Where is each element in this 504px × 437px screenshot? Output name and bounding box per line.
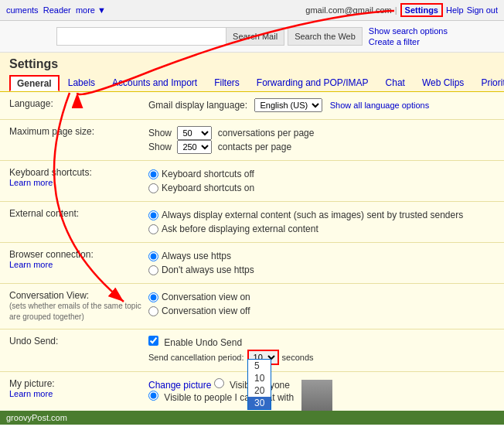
conversation-view-on-option: Conversation view on — [148, 290, 495, 304]
visible-everyone-suffix: yone — [270, 380, 290, 391]
conv-per-page-select[interactable]: 5025100 — [177, 126, 212, 140]
search-mail-button[interactable]: Search Mail — [226, 27, 284, 46]
dropdown-option-30[interactable]: 30 — [248, 397, 271, 409]
visible-chat-container: Visible to people I can chat with — [148, 391, 294, 403]
ask-before-displaying-label: Ask before displaying external content — [162, 222, 318, 236]
visible-chat-label: Visible to — [164, 392, 201, 403]
conversation-view-subtext: (sets whether emails of the same topic a… — [9, 301, 142, 323]
ask-before-displaying-option: Ask before displaying external content — [148, 222, 495, 236]
conversation-view-off-radio[interactable] — [148, 306, 158, 316]
signout-link[interactable]: Sign out — [467, 5, 498, 15]
send-cancellation-container: Send cancellation period: 1052030 second… — [148, 350, 495, 365]
language-value: Gmail display language: English (US) Sho… — [148, 98, 495, 112]
settings-tabs: General Labels Accounts and Import Filte… — [9, 74, 495, 91]
nav-documents[interactable]: cuments — [6, 5, 39, 15]
ask-before-displaying-radio[interactable] — [148, 224, 158, 234]
user-email: gmail.com@gmail.com — [305, 5, 391, 15]
undo-send-row: Undo Send: Enable Undo Send Send cancell… — [0, 329, 504, 372]
language-label: Language: — [9, 98, 148, 109]
dont-always-https-label: Don't always use https — [162, 263, 254, 277]
nav-reader[interactable]: Reader — [43, 5, 71, 15]
conversations-per-page: Show 5025100 conversations per page — [148, 126, 495, 140]
tab-priority-inbox[interactable]: Priority I — [472, 74, 504, 91]
tab-web-clips[interactable]: Web Clips — [414, 74, 472, 91]
tab-general[interactable]: General — [9, 75, 60, 91]
always-display-external-radio[interactable] — [148, 210, 158, 220]
keyboard-shortcuts-on-radio[interactable] — [148, 183, 158, 193]
language-select[interactable]: English (US) — [254, 98, 322, 112]
keyboard-shortcuts-on-option: Keyboard shortcuts on — [148, 181, 495, 195]
top-bar-right: gmail.com@gmail.com | Settings Help Sign… — [305, 3, 498, 17]
my-picture-options: Change picture Visible to yone Visible t… — [148, 378, 294, 403]
dropdown-option-20[interactable]: 20 — [248, 384, 271, 397]
separator: | — [395, 5, 397, 15]
nav-more[interactable]: more ▼ — [76, 5, 106, 15]
search-web-button[interactable]: Search the Web — [288, 27, 363, 46]
change-picture-link[interactable]: Change picture — [148, 380, 211, 391]
dont-always-https-option: Don't always use https — [148, 263, 495, 277]
settings-link[interactable]: Settings — [400, 3, 443, 17]
keyboard-shortcuts-off-label: Keyboard shortcuts off — [162, 167, 254, 181]
undo-send-value: Enable Undo Send Send cancellation perio… — [148, 336, 495, 365]
contacts-per-page-select[interactable]: 25050100 — [177, 140, 212, 154]
settings-title: Settings — [9, 57, 495, 71]
settings-header: Settings General Labels Accounts and Imp… — [0, 53, 504, 92]
my-picture-learn-more[interactable]: Learn more — [9, 389, 142, 398]
tab-filters[interactable]: Filters — [206, 74, 248, 91]
always-display-external-label: Always display external content (such as… — [162, 208, 463, 222]
conversation-view-off-label: Conversation view off — [162, 304, 250, 318]
tab-accounts-import[interactable]: Accounts and Import — [104, 74, 206, 91]
help-link[interactable]: Help — [446, 5, 464, 15]
external-content-label: External content: — [9, 208, 148, 219]
browser-connection-row: Browser connection: Learn more Always us… — [0, 243, 504, 284]
external-content-value: Always display external content (such as… — [148, 208, 495, 236]
search-bar: Search Mail Search the Web Show search o… — [0, 21, 504, 53]
undo-dropdown[interactable]: 5 10 20 30 — [247, 359, 271, 410]
browser-connection-label: Browser connection: Learn more — [9, 249, 148, 269]
keyboard-shortcuts-row: Keyboard shortcuts: Learn more Keyboard … — [0, 161, 504, 202]
browser-connection-value: Always use https Don't always use https — [148, 249, 495, 277]
enable-undo-send-checkbox[interactable] — [148, 336, 158, 346]
gmail-display-language-label: Gmail display language: — [148, 100, 247, 111]
show-search-options-link[interactable]: Show search options — [369, 26, 448, 36]
keyboard-shortcuts-off-option: Keyboard shortcuts off — [148, 167, 495, 181]
create-filter-link[interactable]: Create a filter — [369, 36, 448, 47]
conversation-view-off-option: Conversation view off — [148, 304, 495, 318]
page-size-label: Maximum page size: — [9, 126, 148, 137]
visible-everyone-radio[interactable] — [214, 378, 224, 388]
contacts-per-page-label: contacts per page — [218, 142, 291, 152]
tab-chat[interactable]: Chat — [377, 74, 414, 91]
keyboard-shortcuts-value: Keyboard shortcuts off Keyboard shortcut… — [148, 167, 495, 195]
always-https-option: Always use https — [148, 249, 495, 263]
keyboard-shortcuts-on-label: Keyboard shortcuts on — [162, 181, 254, 195]
watermark: groovyPost.com — [0, 411, 504, 425]
conversation-view-label: Conversation View: (sets whether emails … — [9, 290, 148, 323]
conversation-view-on-label: Conversation view on — [162, 290, 250, 304]
conversation-view-value: Conversation view on Conversation view o… — [148, 290, 495, 318]
keyboard-shortcuts-learn-more[interactable]: Learn more — [9, 178, 142, 187]
contacts-per-page: Show 25050100 contacts per page — [148, 140, 495, 154]
enable-undo-send-label: Enable Undo Send — [164, 337, 242, 348]
external-content-row: External content: Always display externa… — [0, 202, 504, 243]
my-picture-label: My picture: Learn more — [9, 378, 148, 398]
search-input[interactable] — [56, 27, 226, 46]
conversation-view-row: Conversation View: (sets whether emails … — [0, 284, 504, 329]
show-all-language-options-link[interactable]: Show all language options — [330, 101, 429, 110]
dont-always-https-radio[interactable] — [148, 265, 158, 275]
tab-forwarding-pop-imap[interactable]: Forwarding and POP/IMAP — [248, 74, 377, 91]
visible-chat-radio[interactable] — [148, 391, 158, 401]
enable-undo-send-container: Enable Undo Send — [148, 336, 495, 348]
tab-labels[interactable]: Labels — [60, 74, 104, 91]
dropdown-option-5[interactable]: 5 — [248, 360, 271, 372]
dropdown-option-10[interactable]: 10 — [248, 372, 271, 384]
send-cancellation-label: Send cancellation period: — [148, 353, 244, 362]
top-bar-left: cuments Reader more ▼ — [6, 5, 106, 15]
always-https-label: Always use https — [162, 249, 231, 263]
keyboard-shortcuts-off-radio[interactable] — [148, 169, 158, 179]
browser-connection-learn-more[interactable]: Learn more — [9, 260, 142, 269]
search-links: Show search options Create a filter — [369, 26, 448, 47]
language-row: Language: Gmail display language: Englis… — [0, 92, 504, 120]
keyboard-shortcuts-label: Keyboard shortcuts: Learn more — [9, 167, 148, 187]
conversation-view-on-radio[interactable] — [148, 292, 158, 302]
always-https-radio[interactable] — [148, 251, 158, 261]
